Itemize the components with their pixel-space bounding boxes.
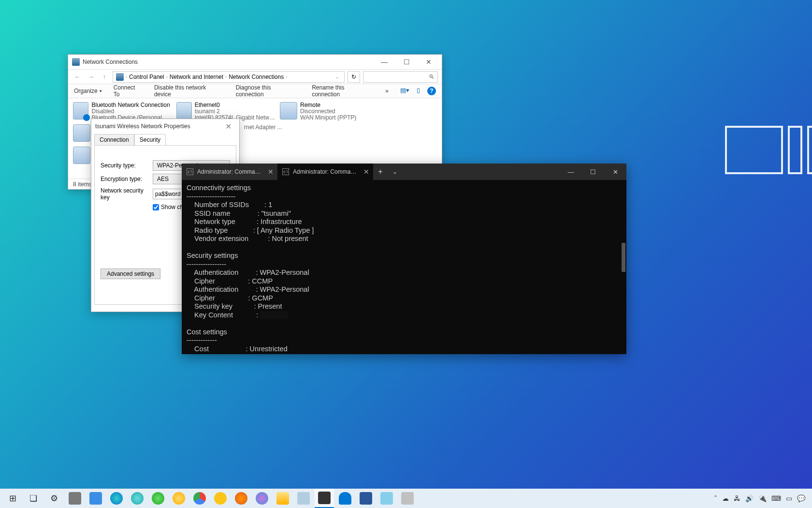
connection-item[interactable]: rnet Adapter ... — [243, 123, 340, 146]
edge-icon — [110, 492, 123, 505]
help-button[interactable]: ? — [427, 87, 436, 95]
explorer-button[interactable] — [273, 489, 292, 508]
close-button[interactable]: ✕ — [221, 119, 235, 134]
tab-label: Administrator: Command Prompt — [293, 168, 360, 175]
adapter-icon — [73, 124, 90, 142]
edge-canary-icon — [173, 492, 185, 505]
command-toolbar: Organize▾ Connect To Disable this networ… — [68, 84, 442, 98]
power-tray-icon[interactable]: 🔌 — [758, 494, 767, 502]
adapter-icon — [280, 102, 297, 120]
app-icon — [401, 492, 414, 505]
task-view-icon: ❏ — [29, 493, 37, 504]
close-button[interactable]: ✕ — [418, 55, 440, 69]
refresh-button[interactable]: ↻ — [348, 71, 360, 83]
minimize-button[interactable]: — — [373, 55, 395, 69]
terminal-button[interactable] — [315, 489, 334, 508]
terminal-icon — [318, 492, 331, 504]
start-button[interactable]: ⊞ — [3, 489, 22, 508]
folder-icon — [276, 492, 289, 505]
control-panel-icon — [72, 58, 80, 66]
phone-icon — [89, 492, 102, 505]
search-icon: 🔍︎ — [429, 74, 435, 80]
diagnose-button[interactable]: Diagnose this connection — [236, 84, 300, 98]
adapter-icon — [73, 147, 90, 164]
encryption-type-label: Encryption type: — [101, 176, 149, 182]
tray-overflow-button[interactable]: ˄ — [714, 494, 717, 502]
edge-button[interactable] — [107, 489, 126, 508]
chrome-canary-button[interactable] — [211, 489, 230, 508]
up-button[interactable]: ↑ — [99, 72, 110, 82]
app-button[interactable] — [398, 489, 417, 508]
view-options-button[interactable]: ▤▾ — [400, 87, 409, 95]
redacted-key: redacted — [260, 311, 287, 319]
tab-connection[interactable]: Connection — [94, 134, 134, 146]
terminal-output[interactable]: Connectivity settings ------------------… — [182, 180, 626, 354]
advanced-settings-button[interactable]: Advanced settings — [101, 269, 160, 279]
rename-button[interactable]: Rename this connection — [312, 84, 374, 98]
dialog-titlebar[interactable]: tsunami Wireless Network Properties ✕ — [91, 119, 239, 134]
close-button[interactable]: ✕ — [604, 164, 626, 180]
firefox-button[interactable] — [232, 489, 251, 508]
close-tab-button[interactable]: ✕ — [363, 168, 369, 176]
notifications-tray-icon[interactable]: 💬 — [797, 494, 805, 502]
word-button[interactable] — [356, 489, 376, 508]
tab-security[interactable]: Security — [134, 134, 166, 146]
scrollbar[interactable] — [621, 180, 626, 354]
firefox-dev-button[interactable] — [252, 489, 272, 508]
edge-beta-icon — [131, 492, 144, 505]
chrome-button[interactable] — [190, 489, 209, 508]
store-button[interactable] — [65, 489, 85, 508]
tab-dropdown-button[interactable]: ⌄ — [388, 168, 402, 175]
maximize-button[interactable]: ☐ — [582, 164, 604, 180]
back-button[interactable]: ← — [72, 72, 83, 82]
scroll-thumb[interactable] — [622, 243, 625, 272]
windows-terminal: c:\ Administrator: Command Prompt ✕ c:\ … — [182, 164, 626, 354]
network-key-label: Network security key — [101, 187, 149, 201]
search-input[interactable]: 🔍︎ — [363, 71, 438, 83]
close-tab-button[interactable]: ✕ — [268, 168, 274, 176]
task-view-button[interactable]: ❏ — [24, 489, 43, 508]
phone-button[interactable] — [86, 489, 105, 508]
breadcrumb-seg[interactable]: Control Panel — [129, 74, 164, 80]
breadcrumb[interactable]: › Control Panel › Network and Internet ›… — [113, 71, 345, 83]
titlebar[interactable]: Network Connections — ☐ ✕ — [68, 55, 442, 69]
terminal-tab[interactable]: c:\ Administrator: Command Prompt ✕ — [182, 164, 277, 180]
input-tray-icon[interactable]: ⌨ — [771, 494, 781, 502]
edge-dev-icon — [152, 492, 164, 505]
app-button[interactable] — [377, 489, 396, 508]
chevron-right-icon: › — [225, 75, 227, 79]
preview-pane-button[interactable]: ▯ — [414, 87, 422, 95]
keyboard-tray-icon[interactable]: ▭ — [786, 494, 792, 502]
maximize-button[interactable]: ☐ — [395, 55, 418, 69]
onedrive-button[interactable] — [335, 489, 355, 508]
connection-item[interactable]: RemoteDisconnectedWAN Miniport (PPTP) — [279, 101, 380, 123]
minimize-button[interactable]: — — [560, 164, 582, 180]
chevron-down-icon[interactable]: ⌄ — [334, 75, 341, 79]
settings-button[interactable]: ⚙ — [44, 489, 64, 508]
onedrive-tray-icon[interactable]: ☁ — [722, 494, 729, 502]
mail-button[interactable] — [294, 489, 313, 508]
volume-tray-icon[interactable]: 🔊 — [745, 494, 754, 502]
network-tray-icon[interactable]: 🖧 — [734, 494, 740, 502]
show-characters-checkbox[interactable] — [153, 204, 159, 210]
disable-device-button[interactable]: Disable this network device — [154, 84, 224, 98]
item-count: 8 items — [73, 181, 92, 188]
edge-canary-button[interactable] — [169, 489, 188, 508]
chevron-down-icon: ▾ — [100, 89, 102, 93]
edge-dev-button[interactable] — [148, 489, 168, 508]
breadcrumb-seg[interactable]: Network Connections — [229, 74, 284, 80]
organize-menu[interactable]: Organize▾ — [74, 88, 102, 94]
forward-button[interactable]: → — [86, 72, 96, 82]
chevron-right-icon: › — [286, 75, 287, 79]
chevron-right-icon: › — [126, 75, 127, 79]
overflow-button[interactable]: » — [385, 88, 389, 94]
connect-to-button[interactable]: Connect To — [114, 84, 143, 98]
breadcrumb-seg[interactable]: Network and Internet — [170, 74, 223, 80]
firefox-dev-icon — [256, 492, 268, 505]
firefox-icon — [235, 492, 247, 505]
tabs: Connection Security — [91, 134, 239, 145]
windows-icon: ⊞ — [9, 493, 16, 504]
terminal-tab[interactable]: c:\ Administrator: Command Prompt ✕ — [277, 164, 373, 180]
edge-beta-button[interactable] — [128, 489, 147, 508]
new-tab-button[interactable]: + — [373, 167, 388, 176]
